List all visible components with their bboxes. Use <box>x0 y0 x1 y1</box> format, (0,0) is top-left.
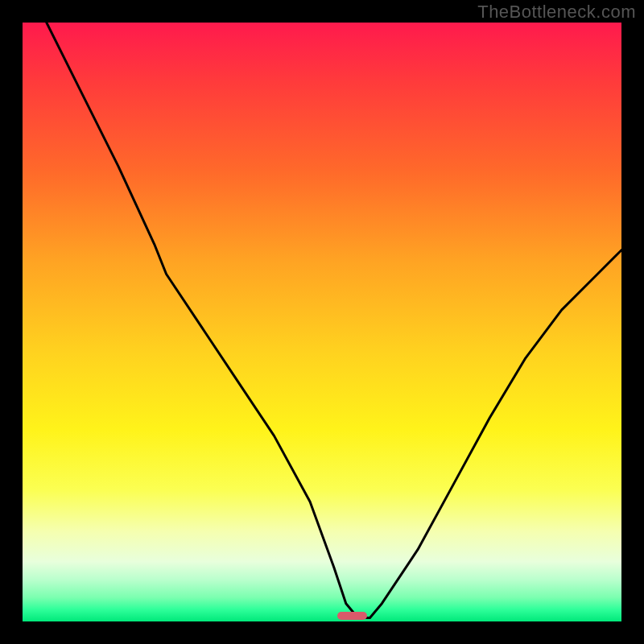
watermark-label: TheBottleneck.com <box>477 2 636 23</box>
bottleneck-curve <box>23 23 621 621</box>
plot-area <box>23 23 621 621</box>
chart-container: TheBottleneck.com <box>0 0 644 644</box>
optimum-marker <box>337 612 367 620</box>
